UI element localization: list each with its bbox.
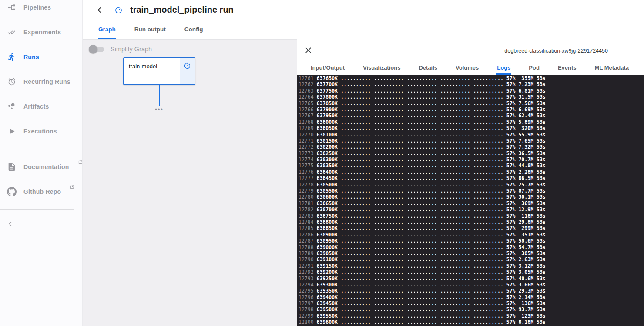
log-line: 12789 639050K .......... .......... ....… — [299, 250, 644, 256]
external-link-icon — [78, 160, 82, 164]
tab-config[interactable]: Config — [184, 20, 204, 39]
graph-node-train-model[interactable]: train-model — [123, 57, 195, 85]
tab-run-output[interactable]: Run output — [134, 20, 166, 39]
graph-edge — [159, 85, 160, 106]
sidebar-item-documentation[interactable]: Documentation — [0, 154, 82, 179]
pipelines-icon — [7, 3, 17, 12]
graph-node-status — [180, 58, 195, 84]
log-line: 12798 639500K .......... .......... ....… — [299, 306, 644, 313]
sidebar: Pipelines Experiments Runs — [0, 0, 83, 326]
simplify-graph-toggle[interactable] — [90, 47, 104, 52]
sidebar-item-pipelines[interactable]: Pipelines — [0, 0, 82, 20]
log-line: 12776 638400K .......... .......... ....… — [299, 169, 644, 175]
tab-pod[interactable]: Pod — [528, 62, 540, 75]
experiments-icon — [7, 27, 17, 37]
log-line: 12788 639000K .......... .......... ....… — [299, 244, 644, 250]
tab-logs[interactable]: Logs — [496, 62, 511, 75]
sidebar-divider — [0, 149, 74, 149]
sidebar-item-github-repo[interactable]: Github Repo — [0, 179, 82, 204]
log-line: 12790 639100K .......... .......... ....… — [299, 256, 644, 263]
log-line: 12764 637800K .......... .......... ....… — [299, 94, 644, 100]
sidebar-item-label: Executions — [23, 128, 57, 135]
sidebar-item-label: Github Repo — [23, 188, 61, 195]
log-line: 12787 638950K .......... .......... ....… — [299, 238, 644, 244]
log-line: 12777 638450K .......... .......... ....… — [299, 175, 644, 181]
sidebar-item-runs[interactable]: Runs — [0, 44, 82, 69]
log-line: 12783 638750K .......... .......... ....… — [299, 213, 644, 219]
executions-icon — [7, 126, 17, 136]
status-running-icon — [114, 6, 123, 14]
tab-volumes[interactable]: Volumes — [455, 62, 479, 75]
sidebar-item-recurring-runs[interactable]: Recurring Runs — [0, 69, 82, 94]
sidebar-item-label: Artifacts — [23, 103, 49, 110]
log-line: 12775 638350K .......... .......... ....… — [299, 163, 644, 169]
graph-panel: Simplify Graph train-model ••• — [83, 39, 297, 326]
log-line: 12793 639250K .......... .......... ....… — [299, 276, 644, 282]
tab-input-output[interactable]: Input/Output — [310, 62, 345, 75]
sidebar-divider — [0, 209, 74, 210]
log-line: 12782 638700K .......... .......... ....… — [299, 206, 644, 213]
github-icon — [7, 187, 17, 196]
toggle-knob — [89, 45, 97, 53]
node-detail-panel: dogbreed-classification-xw9jg-2291724450… — [297, 39, 644, 326]
log-line: 12780 638600K .......... .......... ....… — [299, 194, 644, 200]
sidebar-item-label: Pipelines — [23, 4, 51, 11]
tab-details[interactable]: Details — [418, 62, 438, 75]
log-line: 12770 638100K .......... .......... ....… — [299, 132, 644, 138]
log-line: 12761 637650K .......... .......... ....… — [299, 75, 644, 81]
log-line: 12786 638900K .......... .......... ....… — [299, 232, 644, 238]
sidebar-nav: Pipelines Experiments Runs — [0, 0, 82, 230]
documentation-icon — [7, 162, 17, 172]
status-running-icon — [184, 62, 191, 69]
pod-name-title: dogbreed-classification-xw9jg-2291724450 — [504, 48, 608, 54]
log-line: 12763 637750K .......... .......... ....… — [299, 88, 644, 94]
log-line: 12762 637700K .......... .......... ....… — [299, 81, 644, 87]
sidebar-item-experiments[interactable]: Experiments — [0, 20, 82, 44]
log-view[interactable]: 12761 637650K .......... .......... ....… — [297, 75, 644, 326]
log-line: 12781 638650K .......... .......... ....… — [299, 200, 644, 206]
log-line: 12784 638800K .......... .......... ....… — [299, 219, 644, 225]
log-line: 12795 639350K .......... .......... ....… — [299, 288, 644, 294]
log-line: 12773 638250K .......... .......... ....… — [299, 150, 644, 156]
runs-icon — [7, 52, 17, 62]
run-header: train_model_pipeline run — [83, 0, 644, 20]
close-button[interactable] — [304, 46, 312, 54]
sidebar-item-label: Documentation — [23, 163, 69, 170]
sidebar-item-artifacts[interactable]: Artifacts — [0, 94, 82, 119]
kubeflow-pipelines-app: Pipelines Experiments Runs — [0, 0, 644, 326]
log-line: 12774 638300K .......... .......... ....… — [299, 156, 644, 163]
simplify-graph-control: Simplify Graph — [90, 46, 152, 53]
tab-visualizations[interactable]: Visualizations — [362, 62, 401, 75]
sidebar-item-label: Recurring Runs — [23, 78, 70, 85]
external-link-icon — [70, 185, 74, 189]
chevron-left-icon — [7, 220, 14, 228]
log-line: 12767 637950K .......... .......... ....… — [299, 113, 644, 119]
sidebar-item-executions[interactable]: Executions — [0, 119, 82, 143]
close-icon — [304, 46, 312, 54]
recurring-runs-icon — [7, 77, 17, 86]
log-line: 12785 638850K .......... .......... ....… — [299, 225, 644, 231]
graph-more-nodes-indicator: ••• — [123, 106, 195, 113]
detail-tabs: Input/Output Visualizations Details Volu… — [297, 62, 629, 75]
log-line: 12765 637850K .......... .......... ....… — [299, 100, 644, 106]
arrow-back-icon — [97, 6, 105, 14]
log-line: 12792 639200K .......... .......... ....… — [299, 269, 644, 275]
page-title: train_model_pipeline run — [130, 5, 234, 15]
log-line: 12799 639550K .......... .......... ....… — [299, 313, 644, 319]
log-line: 12797 639450K .......... .......... ....… — [299, 300, 644, 306]
log-line: 12769 638050K .......... .......... ....… — [299, 125, 644, 131]
log-line: 12766 637900K .......... .......... ....… — [299, 106, 644, 113]
back-button[interactable] — [97, 6, 105, 14]
log-line: 12779 638550K .......... .......... ....… — [299, 188, 644, 194]
tab-events[interactable]: Events — [557, 62, 577, 75]
log-line: 12794 639300K .......... .......... ....… — [299, 282, 644, 288]
sidebar-item-label: Experiments — [23, 29, 61, 36]
sidebar-collapse-button[interactable] — [0, 220, 22, 230]
log-line: 12791 639150K .......... .......... ....… — [299, 263, 644, 269]
log-line: 12800 639600K .......... .......... ....… — [299, 319, 644, 325]
tab-ml-metadata[interactable]: ML Metadata — [594, 62, 630, 75]
artifacts-icon — [7, 102, 17, 111]
sidebar-secondary-group: Documentation Github Repo — [0, 154, 82, 204]
run-tabs: Graph Run output Config — [83, 20, 644, 39]
tab-graph[interactable]: Graph — [98, 20, 116, 39]
